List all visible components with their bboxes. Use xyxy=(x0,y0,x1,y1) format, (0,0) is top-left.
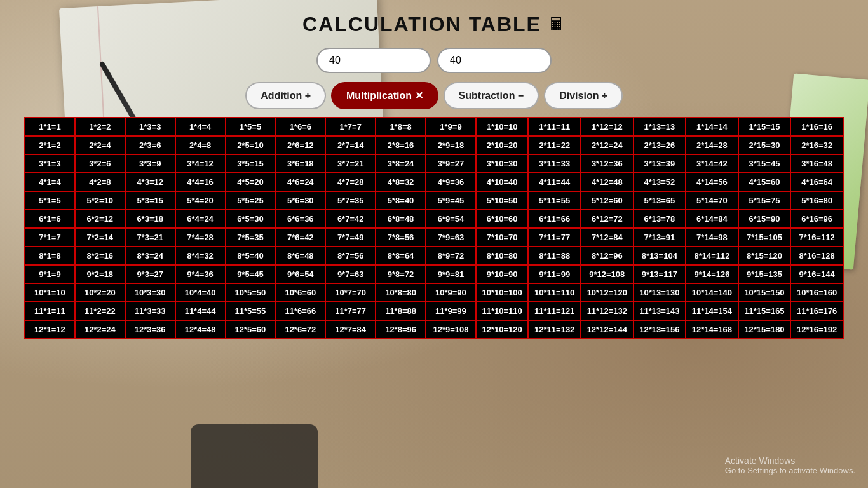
table-cell: 3*1=3 xyxy=(25,154,75,173)
table-cell: 1*13=13 xyxy=(634,118,686,136)
table-cell: 4*10=40 xyxy=(476,173,529,191)
table-cell: 2*6=12 xyxy=(275,136,325,154)
table-cell: 5*14=70 xyxy=(686,191,738,210)
table-cell: 5*16=80 xyxy=(790,191,843,210)
table-cell: 9*6=54 xyxy=(275,265,325,283)
table-cell: 9*16=144 xyxy=(790,265,843,283)
table-cell: 2*9=18 xyxy=(426,136,476,154)
table-cell: 10*14=140 xyxy=(686,283,738,302)
table-cell: 3*5=15 xyxy=(226,154,276,173)
table-cell: 8*2=16 xyxy=(75,247,125,265)
table-cell: 7*3=21 xyxy=(125,228,175,247)
title-row: CALCULATION TABLE 🖩 xyxy=(302,13,566,36)
table-cell: 10*8=80 xyxy=(376,283,426,302)
table-cell: 1*15=15 xyxy=(738,118,791,136)
table-cell: 6*6=36 xyxy=(275,210,325,228)
table-cell: 12*4=48 xyxy=(175,320,226,339)
table-cell: 12*9=108 xyxy=(426,320,476,339)
multiplication-button[interactable]: Multiplication ✕ xyxy=(331,82,438,109)
table-cell: 2*10=20 xyxy=(476,136,529,154)
table-cell: 2*4=8 xyxy=(175,136,226,154)
table-cell: 11*1=11 xyxy=(25,302,75,320)
main-container: CALCULATION TABLE 🖩 Addition + Multiplic… xyxy=(0,0,868,488)
table-cell: 7*1=7 xyxy=(25,228,75,247)
table-cell: 11*6=66 xyxy=(275,302,325,320)
table-cell: 12*3=36 xyxy=(125,320,175,339)
table-cell: 8*11=88 xyxy=(528,247,581,265)
table-cell: 1*1=1 xyxy=(25,118,75,136)
table-cell: 7*8=56 xyxy=(376,228,426,247)
table-cell: 9*5=45 xyxy=(226,265,276,283)
subtraction-button[interactable]: Subtraction − xyxy=(444,82,539,109)
table-cell: 10*12=120 xyxy=(581,283,634,302)
table-cell: 10*1=10 xyxy=(25,283,75,302)
table-cell: 4*12=48 xyxy=(581,173,634,191)
table-cell: 8*10=80 xyxy=(476,247,529,265)
table-cell: 4*16=64 xyxy=(790,173,843,191)
table-cell: 6*3=18 xyxy=(125,210,175,228)
number-input-1[interactable] xyxy=(316,48,431,73)
addition-button[interactable]: Addition + xyxy=(245,82,326,109)
table-cell: 4*7=28 xyxy=(325,173,376,191)
table-cell: 2*13=26 xyxy=(634,136,686,154)
table-cell: 11*8=88 xyxy=(376,302,426,320)
table-cell: 7*14=98 xyxy=(686,228,738,247)
table-cell: 7*12=84 xyxy=(581,228,634,247)
table-cell: 12*13=156 xyxy=(634,320,686,339)
table-cell: 9*8=72 xyxy=(376,265,426,283)
table-cell: 12*14=168 xyxy=(686,320,738,339)
activate-windows-title: Activate Windows xyxy=(725,456,855,466)
table-cell: 9*13=117 xyxy=(634,265,686,283)
table-cell: 12*15=180 xyxy=(738,320,791,339)
table-cell: 2*5=10 xyxy=(226,136,276,154)
table-cell: 10*15=150 xyxy=(738,283,791,302)
table-cell: 9*11=99 xyxy=(528,265,581,283)
table-cell: 3*13=39 xyxy=(634,154,686,173)
table-cell: 8*13=104 xyxy=(634,247,686,265)
table-cell: 11*9=99 xyxy=(426,302,476,320)
table-cell: 7*15=105 xyxy=(738,228,791,247)
table-cell: 12*8=96 xyxy=(376,320,426,339)
table-cell: 12*5=60 xyxy=(226,320,276,339)
table-cell: 5*1=5 xyxy=(25,191,75,210)
table-cell: 1*2=2 xyxy=(75,118,125,136)
table-cell: 9*7=63 xyxy=(325,265,376,283)
calculator-icon: 🖩 xyxy=(548,14,566,35)
table-cell: 5*13=65 xyxy=(634,191,686,210)
table-cell: 10*9=90 xyxy=(426,283,476,302)
table-cell: 9*12=108 xyxy=(581,265,634,283)
division-button[interactable]: Division ÷ xyxy=(544,82,622,109)
table-cell: 10*13=130 xyxy=(634,283,686,302)
multiplication-table-container[interactable]: 1*1=11*2=21*3=31*4=41*5=51*6=61*7=71*8=8… xyxy=(24,117,844,339)
table-cell: 2*2=4 xyxy=(75,136,125,154)
table-cell: 5*7=35 xyxy=(325,191,376,210)
table-cell: 8*1=8 xyxy=(25,247,75,265)
table-cell: 6*13=78 xyxy=(634,210,686,228)
table-cell: 3*12=36 xyxy=(581,154,634,173)
table-cell: 11*11=121 xyxy=(528,302,581,320)
table-cell: 12*11=132 xyxy=(528,320,581,339)
table-cell: 9*4=36 xyxy=(175,265,226,283)
table-cell: 10*2=20 xyxy=(75,283,125,302)
table-cell: 1*7=7 xyxy=(325,118,376,136)
number-input-2[interactable] xyxy=(437,48,552,73)
table-cell: 12*7=84 xyxy=(325,320,376,339)
table-cell: 6*1=6 xyxy=(25,210,75,228)
table-cell: 4*2=8 xyxy=(75,173,125,191)
table-cell: 2*16=32 xyxy=(790,136,843,154)
table-cell: 11*14=154 xyxy=(686,302,738,320)
table-cell: 11*10=110 xyxy=(476,302,529,320)
table-cell: 9*14=126 xyxy=(686,265,738,283)
table-cell: 7*7=49 xyxy=(325,228,376,247)
table-cell: 1*11=11 xyxy=(528,118,581,136)
table-cell: 2*3=6 xyxy=(125,136,175,154)
table-cell: 7*4=28 xyxy=(175,228,226,247)
table-cell: 2*15=30 xyxy=(738,136,791,154)
table-cell: 9*10=90 xyxy=(476,265,529,283)
table-cell: 12*12=144 xyxy=(581,320,634,339)
table-cell: 3*3=9 xyxy=(125,154,175,173)
table-cell: 4*9=36 xyxy=(426,173,476,191)
table-cell: 11*3=33 xyxy=(125,302,175,320)
table-cell: 8*12=96 xyxy=(581,247,634,265)
table-cell: 11*15=165 xyxy=(738,302,791,320)
